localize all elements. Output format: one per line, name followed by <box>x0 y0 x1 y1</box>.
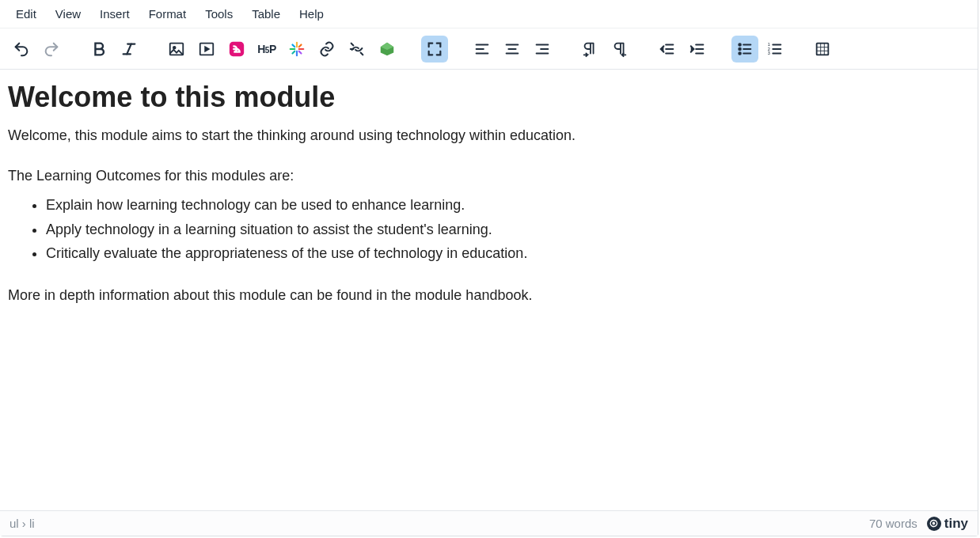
bold-button[interactable] <box>85 36 112 63</box>
indent-icon <box>689 40 706 58</box>
toolbar: H5P <box>0 28 978 70</box>
svg-point-4 <box>173 46 176 48</box>
sparkle-icon <box>288 40 306 58</box>
shape-icon <box>378 40 396 58</box>
h5p-button[interactable]: H5P <box>253 36 280 63</box>
menu-help[interactable]: Help <box>290 2 333 25</box>
media-button[interactable] <box>193 36 220 63</box>
e-app-icon <box>228 40 245 58</box>
content-p1[interactable]: Welcome, this module aims to start the t… <box>8 125 970 146</box>
media-icon <box>198 40 215 58</box>
align-center-icon <box>503 40 521 58</box>
link-button[interactable] <box>313 36 340 63</box>
fullscreen-icon <box>426 40 443 58</box>
shape-button[interactable] <box>374 36 401 63</box>
menu-tools[interactable]: Tools <box>196 2 242 25</box>
svg-line-16 <box>361 52 363 55</box>
align-right-icon <box>534 40 551 58</box>
menu-view[interactable]: View <box>46 2 90 25</box>
svg-line-11 <box>293 44 295 47</box>
outdent-button[interactable] <box>654 36 681 63</box>
content-p3[interactable]: More in depth information about this mod… <box>8 285 970 306</box>
svg-rect-49 <box>818 47 821 51</box>
svg-line-2 <box>127 44 131 54</box>
sparkle-button[interactable] <box>283 36 310 63</box>
word-count[interactable]: 70 words <box>869 517 917 530</box>
align-left-icon <box>473 40 491 58</box>
element-path[interactable]: ul › li <box>9 517 35 530</box>
undo-icon <box>13 40 30 58</box>
menu-format[interactable]: Format <box>139 2 196 25</box>
content-list[interactable]: Explain how learning technology can be u… <box>8 193 970 266</box>
svg-rect-54 <box>825 51 828 54</box>
image-icon <box>168 40 185 58</box>
statusbar: ul › li 70 words ⦿ tiny <box>0 510 978 536</box>
svg-rect-48 <box>825 44 828 47</box>
align-left-button[interactable] <box>469 36 496 63</box>
rtl-button[interactable] <box>606 36 633 63</box>
number-list-icon: 123 <box>766 40 784 58</box>
number-list-button[interactable]: 123 <box>762 36 788 63</box>
redo-icon <box>43 40 60 58</box>
tiny-logo[interactable]: ⦿ tiny <box>927 516 968 532</box>
italic-button[interactable] <box>116 36 142 63</box>
unlink-icon <box>348 40 366 58</box>
bullet-list-icon <box>736 40 754 58</box>
align-right-button[interactable] <box>529 36 556 63</box>
table-grid-icon <box>814 40 831 58</box>
menu-insert[interactable]: Insert <box>90 2 139 25</box>
editor-content[interactable]: Welcome to this module Welcome, this mod… <box>0 70 978 510</box>
bold-icon <box>90 40 108 58</box>
outdent-icon <box>659 40 676 58</box>
indent-button[interactable] <box>684 36 711 63</box>
fullscreen-button[interactable] <box>421 36 448 63</box>
svg-rect-47 <box>821 44 824 47</box>
tiny-glyph-icon: ⦿ <box>927 517 941 531</box>
content-heading[interactable]: Welcome to this module <box>8 81 970 114</box>
svg-line-15 <box>351 43 354 45</box>
svg-line-14 <box>293 51 295 53</box>
svg-rect-50 <box>821 47 824 51</box>
ltr-icon <box>581 40 598 58</box>
menu-table[interactable]: Table <box>242 2 290 25</box>
svg-rect-46 <box>818 44 821 47</box>
content-p2[interactable]: The Learning Outcomes for this modules a… <box>8 165 970 187</box>
unlink-button[interactable] <box>344 36 370 63</box>
undo-button[interactable] <box>8 36 35 63</box>
list-item[interactable]: Critically evaluate the appropriateness … <box>46 241 970 266</box>
list-item[interactable]: Apply technology in a learning situation… <box>46 218 970 242</box>
redo-button[interactable] <box>38 36 65 63</box>
svg-point-33 <box>739 44 741 46</box>
rtl-icon <box>611 40 629 58</box>
table-button[interactable] <box>809 36 836 63</box>
e-app-button[interactable] <box>223 36 250 63</box>
brand-label: tiny <box>944 516 968 532</box>
italic-icon <box>120 40 138 58</box>
ltr-button[interactable] <box>576 36 603 63</box>
image-button[interactable] <box>163 36 190 63</box>
bullet-list-button[interactable] <box>731 36 758 63</box>
svg-point-34 <box>739 47 741 50</box>
svg-point-35 <box>739 52 741 55</box>
link-icon <box>318 40 336 58</box>
menu-edit[interactable]: Edit <box>6 2 46 25</box>
svg-line-12 <box>299 51 302 53</box>
menubar: Edit View Insert Format Tools Table Help <box>0 0 978 28</box>
align-center-button[interactable] <box>499 36 526 63</box>
h5p-icon: H5P <box>257 43 276 55</box>
svg-text:3: 3 <box>768 51 770 55</box>
svg-rect-53 <box>821 51 824 54</box>
svg-rect-51 <box>825 47 828 51</box>
svg-rect-52 <box>818 51 821 54</box>
list-item[interactable]: Explain how learning technology can be u… <box>46 193 970 218</box>
editor-shell: Edit View Insert Format Tools Table Help <box>0 0 978 536</box>
svg-line-13 <box>299 44 302 47</box>
